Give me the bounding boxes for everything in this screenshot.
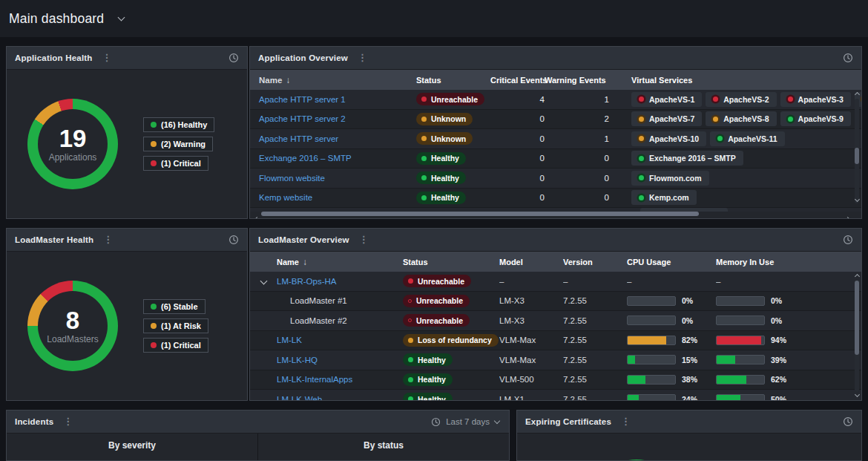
application-table-header: Name↓ Status Critical Events Warning Eve… (250, 70, 861, 90)
virtual-service-chip[interactable]: Exchange 2016 – SMTP (631, 151, 743, 166)
column-header-warning-events[interactable]: Warning Events (545, 76, 609, 85)
cpu-usage-value: 24% (682, 395, 697, 401)
column-header-critical-events[interactable]: Critical Events (490, 76, 545, 85)
application-name-link[interactable]: Apache HTTP server (250, 134, 416, 143)
column-header-status[interactable]: Status (416, 76, 490, 85)
application-name-link[interactable]: Flowmon website (250, 174, 416, 183)
status-badge: Unreachable (416, 93, 484, 105)
column-header-cpu-usage[interactable]: CPU Usage (627, 258, 716, 267)
expiring-certificates-header: Expiring Certificates ⋮ (517, 411, 861, 434)
virtual-service-chip[interactable]: ApacheVS-10 (631, 131, 706, 146)
virtual-service-chip[interactable]: ApacheVS-2 (706, 92, 776, 107)
clock-icon[interactable] (228, 53, 239, 63)
row-expander[interactable] (250, 278, 277, 284)
application-name-link[interactable]: Exchange 2016 – SMTP (250, 154, 416, 163)
cpu-usage-value: 82% (682, 336, 697, 344)
application-name-link[interactable]: Apache HTTP server 1 (250, 95, 416, 104)
cpu-usage-cell: 38% (627, 375, 716, 385)
application-row: Apache HTTP server 1Unreachable41ApacheV… (250, 90, 861, 110)
column-header-name[interactable]: Name↓ (277, 257, 403, 267)
loadmaster-name-link[interactable]: LM-LK-HQ (277, 356, 403, 364)
legend-item[interactable]: (1) Critical (143, 338, 208, 353)
version-value: 7.2.55 (563, 336, 627, 344)
virtual-service-chip[interactable]: ApacheVS-8 (706, 111, 776, 126)
panel-title: Application Health (15, 53, 93, 62)
clock-icon[interactable] (843, 235, 853, 245)
loadmaster-row: LM-LKLoss of redundancyVLM-Max7.2.5582%9… (250, 331, 861, 351)
clock-icon[interactable] (843, 416, 853, 427)
column-header-model[interactable]: Model (499, 258, 563, 267)
loadmaster-name-link[interactable]: LM-BR-Ops-HA (277, 277, 403, 286)
application-name-link[interactable]: Kemp website (250, 193, 416, 202)
legend-item[interactable]: (2) Warning (143, 137, 213, 151)
virtual-service-chip[interactable]: ApacheVS-1 (631, 92, 702, 107)
memory-in-use-value: 50% (771, 395, 786, 401)
virtual-services-cell: Kemp.com (631, 190, 861, 205)
horizontal-scrollbar[interactable] (251, 210, 861, 218)
loadmaster-name-link[interactable]: LM-LK (277, 336, 403, 344)
vertical-scrollbar[interactable] (853, 272, 861, 401)
column-header-virtual-services[interactable]: Virtual Services (631, 76, 861, 85)
column-header-memory-in-use[interactable]: Memory In Use (716, 258, 861, 267)
legend-item[interactable]: (6) Stable (143, 299, 206, 314)
kebab-menu-icon[interactable]: ⋮ (63, 418, 73, 425)
status-dot-icon (421, 117, 427, 122)
clock-icon[interactable] (228, 235, 239, 245)
application-row: Apache HTTP server 2Unknown02ApacheVS-7A… (250, 110, 861, 130)
cpu-usage-bar (627, 315, 676, 325)
version-value: 7.2.55 (563, 375, 627, 384)
dashboard-chevron-down-icon[interactable] (118, 13, 125, 21)
virtual-service-chip[interactable]: ApacheVS-9 (780, 111, 851, 126)
memory-in-use-cell: 94% (716, 336, 861, 345)
loadmaster-overview-header: LoadMaster Overview ⋮ (250, 229, 861, 252)
memory-in-use-bar (716, 336, 765, 345)
virtual-service-chip[interactable]: Flowmon.com (631, 171, 709, 186)
incidents-section-title[interactable]: By status (364, 440, 404, 461)
incidents-section-title[interactable]: By severity (108, 440, 156, 461)
sort-desc-icon: ↓ (286, 75, 290, 85)
status-badge: Healthy (403, 393, 453, 401)
application-name-link[interactable]: Apache HTTP server 2 (250, 114, 416, 123)
column-header-version[interactable]: Version (563, 258, 627, 267)
legend-item[interactable]: (1) At Risk (143, 318, 208, 333)
loadmaster-name-link[interactable]: LM-LK-Web (277, 395, 403, 401)
version-value: 7.2.55 (563, 395, 627, 401)
legend-item[interactable]: (16) Healthy (143, 117, 214, 132)
scroll-up-icon[interactable] (854, 272, 860, 278)
vertical-scrollbar[interactable] (853, 90, 861, 212)
critical-events-value: 0 (490, 114, 545, 123)
cpu-usage-bar (627, 375, 676, 385)
clock-icon[interactable] (843, 53, 853, 63)
kebab-menu-icon[interactable]: ⋮ (621, 418, 631, 425)
kebab-menu-icon[interactable]: ⋮ (358, 54, 367, 62)
scroll-down-icon[interactable] (854, 197, 860, 203)
loadmaster-row: LM-LK-InternalAppsHealthyVLM-5007.2.5538… (250, 370, 861, 390)
dashboard-title[interactable]: Main dashboard (9, 11, 104, 27)
loadmaster-row: LoadMaster #1UnreachableLM-X37.2.550%0% (250, 292, 861, 312)
virtual-service-chip[interactable]: ApacheVS-3 (780, 92, 851, 107)
application-row: Kemp websiteHealthy00Kemp.com (250, 189, 861, 209)
loadmaster-name-link[interactable]: LM-LK-InternalApps (277, 375, 403, 384)
status-dot-icon (421, 195, 427, 200)
column-header-name[interactable]: Name↓ (250, 75, 416, 85)
virtual-service-chip[interactable]: ApacheVS-11 (710, 131, 785, 146)
scroll-right-icon[interactable] (846, 211, 852, 217)
kebab-menu-icon[interactable]: ⋮ (102, 54, 112, 62)
scroll-down-icon[interactable] (854, 393, 860, 399)
scroll-left-icon[interactable] (253, 211, 259, 217)
scroll-up-icon[interactable] (854, 91, 860, 97)
column-header-status[interactable]: Status (403, 258, 499, 267)
virtual-service-chip[interactable]: Kemp.com (631, 190, 697, 205)
virtual-service-chip[interactable]: ApacheVS-7 (631, 111, 702, 126)
legend-item[interactable]: (1) Critical (143, 156, 208, 171)
version-value: 7.2.55 (563, 296, 627, 305)
time-range-dropdown[interactable]: Last 7 days (431, 417, 499, 427)
virtual-service-label: ApacheVS-1 (649, 95, 694, 104)
application-row: Exchange 2016 – SMTPHealthy00Exchange 20… (250, 149, 861, 169)
kebab-menu-icon[interactable]: ⋮ (359, 236, 369, 243)
loadmaster-unit-name: LoadMaster #2 (277, 316, 403, 325)
virtual-services-cell: ApacheVS-7ApacheVS-8ApacheVS-9 (631, 111, 861, 126)
cpu-usage-cell: 82% (627, 336, 716, 345)
kebab-menu-icon[interactable]: ⋮ (103, 236, 113, 243)
status-label: Healthy (431, 193, 459, 202)
